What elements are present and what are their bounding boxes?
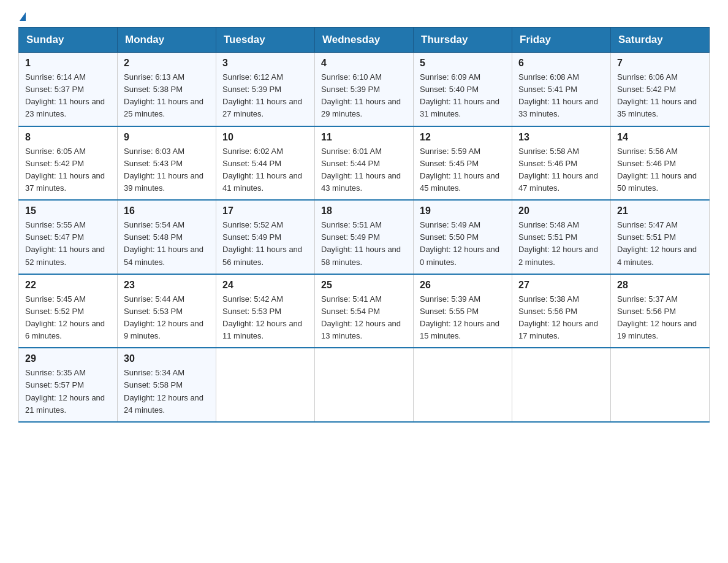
sunrise-label: Sunrise: 5:38 AM: [518, 294, 579, 304]
day-number: 18: [321, 205, 407, 216]
day-info: Sunrise: 5:54 AM Sunset: 5:48 PM Dayligh…: [124, 219, 210, 269]
calendar-week-3: 15 Sunrise: 5:55 AM Sunset: 5:47 PM Dayl…: [19, 200, 710, 274]
sunset-label: Sunset: 5:53 PM: [124, 307, 183, 316]
day-number: 28: [617, 280, 703, 291]
day-header-row: SundayMondayTuesdayWednesdayThursdayFrid…: [19, 28, 710, 53]
day-number: 11: [321, 132, 407, 143]
sunset-label: Sunset: 5:46 PM: [617, 159, 676, 168]
calendar-cell: 19 Sunrise: 5:49 AM Sunset: 5:50 PM Dayl…: [414, 200, 512, 274]
sunrise-label: Sunrise: 6:10 AM: [321, 72, 382, 82]
day-header-wednesday: Wednesday: [315, 28, 414, 53]
day-number: 12: [420, 132, 506, 143]
daylight-label: Daylight: 11 hours and 54 minutes.: [124, 245, 203, 266]
daylight-label: Daylight: 12 hours and 21 minutes.: [25, 393, 105, 415]
day-info: Sunrise: 6:03 AM Sunset: 5:43 PM Dayligh…: [124, 145, 210, 195]
sunrise-label: Sunrise: 5:59 AM: [420, 147, 480, 156]
calendar-cell: 11 Sunrise: 6:01 AM Sunset: 5:44 PM Dayl…: [315, 126, 414, 201]
day-number: 2: [124, 58, 210, 69]
calendar-cell: 20 Sunrise: 5:48 AM Sunset: 5:51 PM Dayl…: [512, 200, 611, 274]
day-info: Sunrise: 5:56 AM Sunset: 5:46 PM Dayligh…: [617, 145, 703, 195]
sunrise-label: Sunrise: 6:06 AM: [617, 72, 678, 82]
day-info: Sunrise: 6:12 AM Sunset: 5:39 PM Dayligh…: [222, 71, 308, 121]
day-info: Sunrise: 6:05 AM Sunset: 5:42 PM Dayligh…: [25, 145, 111, 195]
sunrise-label: Sunrise: 5:35 AM: [25, 368, 86, 377]
day-number: 7: [617, 58, 703, 69]
sunrise-label: Sunrise: 5:58 AM: [518, 147, 579, 156]
daylight-label: Daylight: 11 hours and 39 minutes.: [124, 171, 203, 193]
daylight-label: Daylight: 11 hours and 23 minutes.: [25, 97, 105, 118]
day-number: 17: [222, 205, 308, 216]
sunrise-label: Sunrise: 6:13 AM: [124, 72, 184, 82]
sunset-label: Sunset: 5:47 PM: [25, 232, 84, 242]
calendar-cell: 7 Sunrise: 6:06 AM Sunset: 5:42 PM Dayli…: [611, 53, 710, 126]
calendar-cell: 8 Sunrise: 6:05 AM Sunset: 5:42 PM Dayli…: [19, 126, 118, 201]
calendar-table: SundayMondayTuesdayWednesdayThursdayFrid…: [18, 27, 710, 423]
day-number: 8: [25, 132, 111, 143]
daylight-label: Daylight: 11 hours and 43 minutes.: [321, 171, 401, 193]
daylight-label: Daylight: 11 hours and 25 minutes.: [124, 97, 203, 118]
sunrise-label: Sunrise: 6:08 AM: [518, 72, 579, 82]
calendar-cell: 26 Sunrise: 5:39 AM Sunset: 5:55 PM Dayl…: [414, 274, 512, 348]
day-info: Sunrise: 5:51 AM Sunset: 5:49 PM Dayligh…: [321, 219, 407, 269]
day-info: Sunrise: 5:35 AM Sunset: 5:57 PM Dayligh…: [25, 367, 111, 416]
day-number: 22: [25, 280, 111, 291]
calendar-cell: 6 Sunrise: 6:08 AM Sunset: 5:41 PM Dayli…: [512, 53, 611, 126]
day-number: 26: [420, 280, 506, 291]
daylight-label: Daylight: 12 hours and 17 minutes.: [518, 319, 598, 340]
sunrise-label: Sunrise: 5:37 AM: [617, 294, 678, 304]
calendar-cell: [414, 348, 512, 422]
calendar-header: SundayMondayTuesdayWednesdayThursdayFrid…: [19, 28, 710, 53]
calendar-cell: [216, 348, 315, 422]
daylight-label: Daylight: 12 hours and 0 minutes.: [420, 245, 499, 266]
sunset-label: Sunset: 5:49 PM: [321, 232, 380, 242]
day-number: 25: [321, 280, 407, 291]
day-info: Sunrise: 5:41 AM Sunset: 5:54 PM Dayligh…: [321, 293, 407, 343]
day-info: Sunrise: 5:45 AM Sunset: 5:52 PM Dayligh…: [25, 293, 111, 343]
daylight-label: Daylight: 11 hours and 29 minutes.: [321, 97, 401, 118]
daylight-label: Daylight: 11 hours and 41 minutes.: [222, 171, 302, 193]
calendar-week-2: 8 Sunrise: 6:05 AM Sunset: 5:42 PM Dayli…: [19, 126, 710, 201]
day-info: Sunrise: 5:55 AM Sunset: 5:47 PM Dayligh…: [25, 219, 111, 269]
day-header-saturday: Saturday: [611, 28, 710, 53]
sunrise-label: Sunrise: 5:41 AM: [321, 294, 382, 304]
calendar-week-1: 1 Sunrise: 6:14 AM Sunset: 5:37 PM Dayli…: [19, 53, 710, 126]
sunrise-label: Sunrise: 5:51 AM: [321, 220, 382, 229]
calendar-cell: [512, 348, 611, 422]
sunset-label: Sunset: 5:45 PM: [420, 159, 479, 168]
sunset-label: Sunset: 5:39 PM: [321, 85, 380, 94]
day-number: 9: [124, 132, 210, 143]
day-info: Sunrise: 5:48 AM Sunset: 5:51 PM Dayligh…: [518, 219, 604, 269]
sunrise-label: Sunrise: 6:01 AM: [321, 147, 382, 156]
sunrise-label: Sunrise: 5:54 AM: [124, 220, 184, 229]
day-info: Sunrise: 6:01 AM Sunset: 5:44 PM Dayligh…: [321, 145, 407, 195]
sunset-label: Sunset: 5:51 PM: [617, 232, 676, 242]
daylight-label: Daylight: 12 hours and 2 minutes.: [518, 245, 598, 266]
daylight-label: Daylight: 12 hours and 13 minutes.: [321, 319, 401, 340]
sunrise-label: Sunrise: 6:14 AM: [25, 72, 86, 82]
day-info: Sunrise: 5:47 AM Sunset: 5:51 PM Dayligh…: [617, 219, 703, 269]
calendar-cell: 27 Sunrise: 5:38 AM Sunset: 5:56 PM Dayl…: [512, 274, 611, 348]
sunset-label: Sunset: 5:44 PM: [321, 159, 380, 168]
daylight-label: Daylight: 12 hours and 19 minutes.: [617, 319, 697, 340]
calendar-cell: 24 Sunrise: 5:42 AM Sunset: 5:53 PM Dayl…: [216, 274, 315, 348]
daylight-label: Daylight: 12 hours and 9 minutes.: [124, 319, 203, 340]
calendar-cell: [315, 348, 414, 422]
sunrise-label: Sunrise: 6:05 AM: [25, 147, 86, 156]
sunrise-label: Sunrise: 5:42 AM: [222, 294, 283, 304]
calendar-cell: 22 Sunrise: 5:45 AM Sunset: 5:52 PM Dayl…: [19, 274, 118, 348]
calendar-cell: 25 Sunrise: 5:41 AM Sunset: 5:54 PM Dayl…: [315, 274, 414, 348]
day-info: Sunrise: 6:14 AM Sunset: 5:37 PM Dayligh…: [25, 71, 111, 121]
day-info: Sunrise: 6:08 AM Sunset: 5:41 PM Dayligh…: [518, 71, 604, 121]
calendar-cell: 23 Sunrise: 5:44 AM Sunset: 5:53 PM Dayl…: [118, 274, 216, 348]
calendar-cell: 30 Sunrise: 5:34 AM Sunset: 5:58 PM Dayl…: [118, 348, 216, 422]
day-info: Sunrise: 5:44 AM Sunset: 5:53 PM Dayligh…: [124, 293, 210, 343]
day-number: 23: [124, 280, 210, 291]
daylight-label: Daylight: 11 hours and 52 minutes.: [25, 245, 105, 266]
day-number: 1: [25, 58, 111, 69]
sunset-label: Sunset: 5:46 PM: [518, 159, 577, 168]
day-info: Sunrise: 5:59 AM Sunset: 5:45 PM Dayligh…: [420, 145, 506, 195]
logo: [18, 12, 26, 21]
calendar-cell: 1 Sunrise: 6:14 AM Sunset: 5:37 PM Dayli…: [19, 53, 118, 126]
day-info: Sunrise: 5:39 AM Sunset: 5:55 PM Dayligh…: [420, 293, 506, 343]
calendar-cell: 21 Sunrise: 5:47 AM Sunset: 5:51 PM Dayl…: [611, 200, 710, 274]
